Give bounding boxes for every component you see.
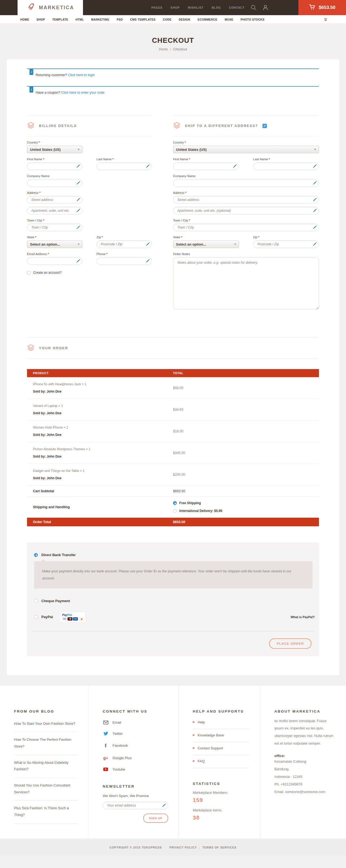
billing-country-label: Country* — [27, 141, 82, 144]
blog-post-link[interactable]: How To Choose The Perfect Fashion Store? — [14, 732, 78, 755]
mastercard-icon — [68, 617, 72, 621]
contact-support-link[interactable]: Contact Support — [193, 742, 250, 755]
shipping-company-input[interactable] — [173, 179, 319, 187]
google-plus-link[interactable]: g+ Google Plus — [103, 756, 168, 760]
terms-link[interactable]: TERMS OF SERVICES — [202, 846, 237, 849]
logo-text: MARKETICA — [39, 5, 74, 10]
free-shipping-label: Free Shipping — [179, 501, 201, 505]
cheque-payment-radio[interactable] — [34, 599, 38, 603]
privacy-policy-link[interactable]: PRIVACY POLICY — [170, 846, 197, 849]
newsletter-email-input[interactable] — [103, 802, 168, 809]
billing-state-select[interactable]: Select an option... — [27, 241, 82, 248]
newsletter-signup-button[interactable]: SIGN UP — [143, 813, 168, 823]
create-account-row: Create an account? — [27, 271, 152, 275]
shipping-town-input[interactable] — [173, 224, 319, 231]
billing-phone-input[interactable] — [97, 257, 152, 265]
twitter-icon — [103, 732, 109, 736]
menu-template[interactable]: TEMPLATE — [52, 18, 68, 21]
menu-photo-stocks[interactable]: PHOTO STOCKS — [241, 18, 264, 21]
coupon-notice-text: Have a coupon? — [36, 91, 60, 94]
menu-design[interactable]: DESIGN — [179, 18, 190, 21]
cart-button[interactable]: $653.50 — [299, 0, 346, 15]
top-nav-contact[interactable]: CONTACT — [229, 6, 245, 9]
top-nav-wishlist[interactable]: WISHLIST — [188, 6, 204, 9]
billing-email-input[interactable] — [27, 257, 82, 265]
cart-icon — [309, 4, 315, 11]
twitter-link[interactable]: Twitter — [103, 732, 168, 736]
billing-company-label: Company Name — [27, 174, 82, 178]
top-nav-pages[interactable]: PAGES — [151, 6, 163, 9]
cheque-payment-label: Cheque Payment — [41, 599, 70, 603]
place-order-button[interactable]: PLACE ORDER — [269, 639, 311, 649]
order-table: PRODUCT TOTAL iPhone 5s with Headphones … — [27, 369, 319, 526]
login-link[interactable]: Click here to login — [68, 73, 95, 77]
card-logos: VISA — [62, 617, 83, 621]
paypal-radio[interactable] — [34, 615, 38, 619]
expand-menu-chevron-icon[interactable] — [324, 18, 327, 21]
top-nav-blog[interactable]: BLOG — [212, 6, 221, 9]
shipping-address1-input[interactable] — [173, 196, 319, 204]
billing-zip-input[interactable] — [97, 241, 152, 248]
billing-first-name-input[interactable] — [27, 162, 82, 170]
menu-muse[interactable]: MUSE — [224, 18, 233, 21]
shipping-state-select[interactable]: Select an option... — [173, 241, 239, 248]
facebook-link[interactable]: f Facebook — [103, 743, 168, 749]
user-icon[interactable] — [263, 5, 269, 10]
international-delivery-radio[interactable] — [173, 509, 177, 513]
bank-transfer-radio[interactable] — [34, 553, 38, 557]
logo[interactable]: MARKETICA — [18, 0, 83, 16]
menu-marketing[interactable]: MARKETING — [91, 18, 109, 21]
shipping-town-label: Town / City* — [173, 219, 319, 222]
shipping-country-select[interactable]: United States (US) — [173, 146, 319, 153]
shipping-address2-input[interactable] — [173, 207, 319, 214]
what-is-paypal-link[interactable]: What is PayPal? — [290, 615, 315, 619]
shipping-zip-input[interactable] — [253, 241, 319, 248]
billing-town-label: Town / City* — [27, 219, 82, 222]
menu-psd[interactable]: PSD — [116, 18, 123, 21]
billing-last-name-label: Last Name* — [97, 158, 152, 161]
blog-post-link[interactable]: Should You Use Fashion Consultant Servic… — [14, 778, 78, 801]
youtube-link[interactable]: Youtube — [103, 767, 168, 771]
cart-subtotal-row: Cart Subtotal $653.50 — [27, 486, 319, 497]
billing-address2-input[interactable] — [27, 207, 82, 214]
about-heading: ABOUT MARKETICA — [274, 709, 336, 713]
shipping-last-name-input[interactable] — [253, 162, 319, 170]
blog-post-link[interactable]: What is So Alluring About Celebrity Fash… — [14, 755, 78, 778]
email-link[interactable]: Email — [103, 720, 168, 724]
product-name: Variant of Laptop × 1 — [33, 404, 173, 408]
create-account-checkbox[interactable] — [27, 271, 31, 275]
shipping-first-name-input[interactable] — [173, 162, 239, 170]
billing-town-input[interactable] — [27, 224, 82, 231]
faq-link[interactable]: FAQ — [193, 755, 250, 768]
billing-last-name-input[interactable] — [97, 162, 152, 170]
billing-company-input[interactable] — [27, 179, 82, 187]
free-shipping-radio[interactable] — [173, 501, 177, 505]
help-link[interactable]: Help — [193, 716, 250, 729]
menu-home[interactable]: HOME — [20, 18, 29, 21]
menu-ecommerce[interactable]: ECOMMERCE — [198, 18, 217, 21]
menu-cms-templates[interactable]: CMS TEMPLATES — [130, 18, 155, 21]
breadcrumb-home-link[interactable]: Home — [159, 48, 168, 51]
blog-post-link[interactable]: How To Start Your Own Fashion Store? — [14, 716, 78, 732]
menu-shop[interactable]: SHOP — [36, 18, 45, 21]
pen-icon — [76, 198, 80, 202]
coupon-link[interactable]: Click here to enter your code — [61, 91, 105, 94]
bullet-icon — [193, 760, 194, 762]
blog-post-link[interactable]: Plus Size Fashion: Is There Such a Thing… — [14, 801, 78, 823]
ship-different-checkbox[interactable] — [263, 124, 267, 128]
top-nav-shop[interactable]: SHOP — [171, 6, 180, 9]
knowledge-base-link[interactable]: Knowladge Base — [193, 729, 250, 742]
paypal-label: PayPal — [41, 615, 53, 619]
paypal-cards-image: PayPal VISA — [60, 612, 85, 622]
menu-html[interactable]: HTML — [75, 18, 84, 21]
pen-icon — [313, 242, 317, 246]
office-email: Email. someone@someone.com — [274, 788, 336, 796]
order-notes-textarea[interactable] — [173, 257, 319, 309]
facebook-icon: f — [103, 743, 109, 749]
search-icon[interactable] — [250, 5, 256, 10]
menu-code[interactable]: CODE — [163, 18, 172, 21]
billing-country-select[interactable]: United States (US) — [27, 146, 82, 153]
product-total: $200.00 — [173, 464, 319, 485]
order-total-row: Order Total $653.50 — [27, 518, 319, 526]
billing-address1-input[interactable] — [27, 196, 82, 204]
